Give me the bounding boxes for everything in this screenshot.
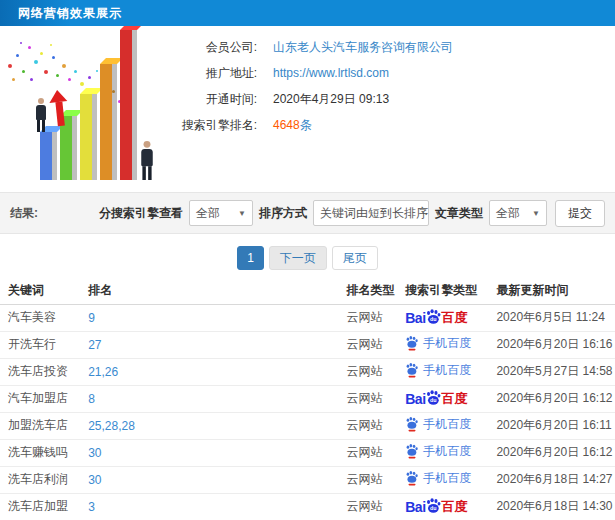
header-updated: 最新更新时间 [496, 278, 615, 304]
page-title: 网络营销效果展示 [0, 5, 122, 22]
mobile-baidu-paw-icon [405, 335, 419, 351]
table-row: 汽车美容 9 云网站 Bai du [0, 304, 615, 331]
svg-text:du: du [430, 505, 436, 511]
mobile-baidu-paw-icon [405, 470, 419, 486]
keyword-cell: 汽车加盟店 [8, 391, 68, 405]
open-time-label: 开通时间: [162, 91, 257, 108]
table-row: 汽车加盟店 8 云网站 Bai du [0, 385, 615, 412]
promo-url-row: 推广地址: https://www.lrtlsd.com [162, 60, 453, 86]
updated-time-cell: 2020年6月20日 16:16 [496, 337, 612, 351]
baidu-mobile-icon: 手机百度 [405, 416, 471, 433]
up-arrow-icon [48, 89, 70, 127]
table-row: 洗车赚钱吗 30 云网站 Bai du [0, 439, 615, 466]
updated-time-cell: 2020年5月27日 14:58 [496, 364, 612, 378]
header-bar: 网络营销效果展示 [0, 0, 615, 26]
baidu-paw-icon: du [425, 497, 442, 514]
member-company-link[interactable]: 山东老人头汽车服务咨询有限公司 [273, 39, 453, 56]
keyword-cell: 洗车店投资 [8, 364, 68, 378]
baidu-paw-icon: du [425, 308, 442, 325]
last-page-button[interactable]: 尾页 [332, 246, 378, 270]
svg-text:du: du [430, 316, 436, 322]
sort-select[interactable]: 关键词由短到长排序▼ [313, 200, 429, 226]
open-time-row: 开通时间: 2020年4月29日 09:13 [162, 86, 453, 112]
updated-time-cell: 2020年6月20日 16:12 [496, 445, 612, 459]
page: 网络营销效果展示 会员公司: 山东老人头汽车服务咨询有限公司 推广地址: htt… [0, 0, 615, 520]
header-keyword: 关键词 [0, 278, 88, 304]
rank-link[interactable]: 8 [88, 392, 95, 406]
baidu-logo: Bai du 百度 [405, 497, 467, 517]
mobile-baidu-paw-icon [405, 416, 419, 432]
filter-controls: 分搜索引擎查看 全部▼ 排序方式 关键词由短到长排序▼ 文章类型 全部▼ 提交 [93, 200, 605, 227]
promo-url-label: 推广地址: [162, 65, 257, 82]
updated-time-cell: 2020年6月18日 14:30 [496, 499, 612, 513]
updated-time-cell: 2020年6月5日 11:24 [496, 310, 605, 324]
header-rank-type: 排名类型 [347, 278, 406, 304]
table-row: 洗车店加盟 3 云网站 Bai du [0, 493, 615, 520]
article-type-filter-label: 文章类型 [435, 205, 483, 222]
baidu-logo: Bai du 百度 [405, 389, 467, 409]
table-row: 加盟洗车店 25,28,28 云网站 Bai du [0, 412, 615, 439]
baidu-mobile-icon: 手机百度 [405, 443, 471, 460]
table-header-row: 关键词 排名 排名类型 搜索引擎类型 最新更新时间 [0, 278, 615, 304]
promo-url-link[interactable]: https://www.lrtlsd.com [273, 66, 389, 80]
results-label: 结果: [10, 205, 38, 222]
keyword-cell: 洗车赚钱吗 [8, 445, 68, 459]
pagination: 1 下一页 尾页 [0, 246, 615, 270]
sort-filter-label: 排序方式 [259, 205, 307, 222]
baidu-logo: Bai du 百度 [405, 308, 467, 328]
keyword-cell: 洗车店利润 [8, 472, 68, 486]
keyword-cell: 开洗车行 [8, 337, 56, 351]
baidu-paw-icon: du [425, 389, 442, 406]
rank-link[interactable]: 9 [88, 311, 95, 325]
header-engine-type: 搜索引擎类型 [405, 278, 496, 304]
growth-chart-illustration [0, 26, 162, 190]
rank-link[interactable]: 30 [88, 446, 101, 460]
svg-text:du: du [430, 397, 436, 403]
table-row: 开洗车行 27 云网站 Bai du [0, 331, 615, 358]
updated-time-cell: 2020年6月20日 16:11 [496, 418, 611, 432]
article-type-select[interactable]: 全部▼ [489, 200, 547, 226]
info-section: 会员公司: 山东老人头汽车服务咨询有限公司 推广地址: https://www.… [0, 26, 615, 190]
rank-type-cell: 云网站 [347, 310, 383, 324]
rank-link[interactable]: 25,28,28 [88, 419, 135, 433]
businessman-figure [33, 98, 49, 132]
page-1-button[interactable]: 1 [237, 246, 264, 270]
updated-time-cell: 2020年6月18日 14:27 [496, 472, 612, 486]
engine-rank-count: 4648 [273, 118, 300, 132]
keyword-cell: 洗车店加盟 [8, 499, 68, 513]
rank-type-cell: 云网站 [347, 499, 383, 513]
table-row: 洗车店投资 21,26 云网站 Bai du [0, 358, 615, 385]
rank-link[interactable]: 30 [88, 473, 101, 487]
rank-type-cell: 云网站 [347, 391, 383, 405]
rank-link[interactable]: 21,26 [88, 365, 118, 379]
engine-rank-label: 搜索引擎排名: [162, 117, 257, 134]
rank-link[interactable]: 3 [88, 500, 95, 514]
rank-link[interactable]: 27 [88, 338, 101, 352]
member-company-row: 会员公司: 山东老人头汽车服务咨询有限公司 [162, 34, 453, 60]
baidu-mobile-icon: 手机百度 [405, 362, 471, 379]
chevron-down-icon: ▼ [238, 209, 246, 218]
engine-filter-label: 分搜索引擎查看 [99, 205, 183, 222]
header-rank: 排名 [88, 278, 346, 304]
mobile-baidu-paw-icon [405, 443, 419, 459]
engine-select[interactable]: 全部▼ [189, 200, 253, 226]
next-page-button[interactable]: 下一页 [269, 246, 327, 270]
rank-type-cell: 云网站 [347, 418, 383, 432]
baidu-mobile-icon: 手机百度 [405, 335, 471, 352]
mobile-baidu-paw-icon [405, 362, 419, 378]
engine-rank-unit: 条 [300, 117, 312, 134]
businessman-figure [138, 141, 156, 180]
table-row: 洗车店利润 30 云网站 Bai du [0, 466, 615, 493]
baidu-mobile-icon: 手机百度 [405, 470, 471, 487]
chevron-down-icon: ▼ [532, 209, 540, 218]
member-company-label: 会员公司: [162, 39, 257, 56]
rank-type-cell: 云网站 [347, 337, 383, 351]
open-time-value: 2020年4月29日 09:13 [273, 91, 389, 108]
filter-bar: 结果: 分搜索引擎查看 全部▼ 排序方式 关键词由短到长排序▼ 文章类型 全部▼… [0, 192, 615, 234]
rank-type-cell: 云网站 [347, 445, 383, 459]
engine-rank-row: 搜索引擎排名: 4648 条 [162, 112, 453, 138]
rank-type-cell: 云网站 [347, 472, 383, 486]
submit-button[interactable]: 提交 [555, 200, 605, 227]
keyword-cell: 汽车美容 [8, 310, 56, 324]
info-rows: 会员公司: 山东老人头汽车服务咨询有限公司 推广地址: https://www.… [162, 26, 453, 190]
